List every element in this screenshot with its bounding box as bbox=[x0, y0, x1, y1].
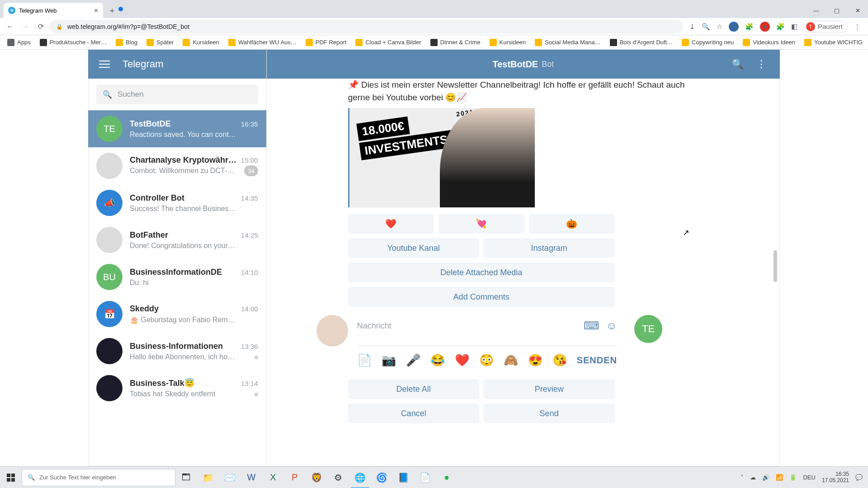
search-input[interactable]: 🔍 Suchen bbox=[96, 85, 258, 104]
send-button[interactable]: SENDEN bbox=[577, 355, 617, 366]
chat-list-item[interactable]: TETestBotDE16:35Reactions saved. You can… bbox=[88, 110, 266, 147]
delete-all-button[interactable]: Delete All bbox=[348, 379, 479, 399]
app-icon[interactable]: 📘 bbox=[392, 467, 414, 488]
network-icon[interactable]: 📶 bbox=[776, 474, 783, 481]
quick-emoji[interactable]: ❤️ bbox=[455, 353, 469, 367]
link-button-instagram[interactable]: Instagram bbox=[484, 238, 615, 258]
message-input[interactable]: Nachricht ⌨ ☺ bbox=[357, 315, 617, 346]
reaction-button[interactable]: ❤️ bbox=[348, 214, 434, 234]
reaction-button[interactable]: 💘 bbox=[439, 214, 524, 234]
excel-icon[interactable]: X bbox=[262, 467, 284, 488]
video-thumbnail[interactable]: 18.000€ 2021 INVESTMENTS bbox=[349, 108, 535, 207]
notepad-icon[interactable]: 📄 bbox=[414, 467, 436, 488]
bookmark-item[interactable]: Kursideen bbox=[179, 37, 223, 48]
quick-emoji[interactable]: 😍 bbox=[528, 353, 542, 367]
bookmark-item[interactable]: Blog bbox=[112, 37, 141, 48]
reload-button[interactable]: ⟳ bbox=[34, 20, 47, 33]
mail-icon[interactable]: ✉️ bbox=[219, 467, 241, 488]
bot-avatar-icon[interactable]: TE bbox=[634, 315, 662, 343]
extension-3-icon[interactable]: ◧ bbox=[791, 23, 797, 31]
chat-search-icon[interactable]: 🔍 bbox=[731, 58, 744, 70]
quick-emoji[interactable]: 😘 bbox=[552, 353, 567, 367]
bookmark-item[interactable]: Copywriting neu bbox=[678, 37, 737, 48]
obs-icon[interactable]: ⚙ bbox=[327, 467, 349, 488]
zoom-icon[interactable]: 🔍 bbox=[702, 23, 710, 31]
chat-list-item[interactable]: Business-Informationen13:36Hallo liebe A… bbox=[88, 333, 266, 370]
close-tab-icon[interactable]: ✕ bbox=[94, 7, 99, 14]
profile-paused-pill[interactable]: T Pausiert bbox=[804, 21, 848, 33]
bookmark-star-icon[interactable]: ☆ bbox=[717, 23, 722, 31]
taskbar-search-input[interactable]: 🔍 Zur Suche Text hier eingeben bbox=[22, 469, 175, 486]
battery-icon[interactable]: 🔋 bbox=[789, 474, 797, 481]
adblock-icon[interactable]: ● bbox=[760, 22, 770, 32]
chat-list-item[interactable]: 📅Skeddy14:00🎂 Geburtstag von Fabio Rem… bbox=[88, 296, 266, 333]
forward-button[interactable]: → bbox=[19, 20, 32, 33]
word-icon[interactable]: W bbox=[241, 467, 262, 488]
add-comments-button[interactable]: Add Comments bbox=[348, 287, 615, 307]
chat-list-item[interactable]: Chartanalyse Kryptowähr…15:00Combot: Wil… bbox=[88, 147, 266, 184]
microphone-icon[interactable]: 🎤 bbox=[406, 353, 420, 367]
camera-icon[interactable]: 📷 bbox=[382, 353, 396, 367]
apps-shortcut[interactable]: Apps bbox=[4, 37, 34, 48]
quick-emoji[interactable]: 😳 bbox=[479, 353, 494, 367]
new-tab-button[interactable]: ＋ bbox=[106, 4, 118, 17]
emoji-picker-icon[interactable]: ☺ bbox=[606, 319, 617, 332]
notifications-icon[interactable]: 💬 bbox=[855, 474, 863, 481]
chat-list-item[interactable]: Business-Talk😇13:14Tobias hat Skeddy ent… bbox=[88, 370, 266, 407]
powerpoint-icon[interactable]: P bbox=[284, 467, 306, 488]
profile-indicator-icon[interactable] bbox=[118, 7, 123, 11]
chrome-menu-icon[interactable]: ⋮ bbox=[854, 23, 861, 31]
file-explorer-icon[interactable]: 📁 bbox=[197, 467, 219, 488]
install-app-icon[interactable]: ⤓ bbox=[689, 23, 695, 31]
hamburger-menu-icon[interactable] bbox=[99, 61, 110, 68]
message-attachment[interactable]: 18.000€ 2021 INVESTMENTS bbox=[348, 108, 694, 207]
preview-button[interactable]: Preview bbox=[484, 379, 615, 399]
send-post-button[interactable]: Send bbox=[484, 404, 615, 423]
address-bar[interactable]: 🔒 web.telegram.org/#/im?p=@TestBotDE_bot bbox=[50, 20, 683, 33]
bookmark-item[interactable]: Später bbox=[143, 37, 177, 48]
delete-media-button[interactable]: Delete Attached Media bbox=[348, 263, 615, 282]
bookmark-item[interactable]: Dinner & Crime bbox=[427, 37, 484, 48]
scrollbar-thumb[interactable] bbox=[774, 250, 777, 282]
chrome-icon[interactable]: 🌐 bbox=[349, 467, 371, 488]
start-button[interactable] bbox=[0, 467, 22, 488]
language-indicator[interactable]: DEU bbox=[803, 474, 815, 481]
conversation-header[interactable]: TestBotDE Bot 🔍 ⋮ bbox=[267, 50, 780, 79]
conversation-scroll[interactable]: 📌 Dies ist mein erster Newsletter Channe… bbox=[267, 79, 780, 466]
bookmark-item[interactable]: Videokurs Ideen bbox=[739, 37, 799, 48]
extensions-menu-icon[interactable]: 🧩 bbox=[776, 23, 785, 31]
bookmark-item[interactable]: Social Media Mana… bbox=[531, 37, 604, 48]
back-button[interactable]: ← bbox=[4, 20, 16, 33]
taskbar-clock[interactable]: 16:35 17.05.2021 bbox=[822, 471, 849, 484]
cancel-button[interactable]: Cancel bbox=[348, 404, 479, 423]
close-window-button[interactable]: ✕ bbox=[847, 3, 868, 18]
chat-list-item[interactable]: BotFather14:25Done! Congratulations on y… bbox=[88, 221, 266, 258]
bookmark-item[interactable]: Bois d'Argent Duft… bbox=[606, 37, 676, 48]
chat-list-item[interactable]: BUBusinessInformationDE14:10Du: hi bbox=[88, 258, 266, 296]
chat-list[interactable]: TETestBotDE16:35Reactions saved. You can… bbox=[88, 110, 266, 466]
bookmark-item[interactable]: Youtube WICHTIG bbox=[801, 37, 866, 48]
tray-chevron-icon[interactable]: ˄ bbox=[741, 474, 744, 481]
volume-icon[interactable]: 🔊 bbox=[762, 474, 769, 481]
spotify-icon[interactable]: ● bbox=[436, 467, 458, 488]
quick-emoji[interactable]: 🙈 bbox=[504, 353, 518, 367]
quick-emoji[interactable]: 😂 bbox=[430, 353, 445, 367]
attach-file-icon[interactable]: 📄 bbox=[357, 353, 372, 367]
extension-2-icon[interactable]: 🧩 bbox=[745, 23, 754, 31]
reaction-button[interactable]: 🎃 bbox=[529, 214, 615, 234]
bookmark-item[interactable]: Wahlfächer WU Aus… bbox=[225, 37, 300, 48]
user-avatar-icon[interactable] bbox=[316, 315, 348, 347]
chat-more-icon[interactable]: ⋮ bbox=[756, 58, 766, 70]
maximize-button[interactable]: ▢ bbox=[826, 3, 847, 18]
keyboard-icon[interactable]: ⌨ bbox=[584, 319, 599, 332]
bookmark-item[interactable]: Cload + Canva Bilder bbox=[352, 37, 425, 48]
brave-icon[interactable]: 🦁 bbox=[306, 467, 327, 488]
bookmark-item[interactable]: Kursideen bbox=[486, 37, 530, 48]
minimize-button[interactable]: — bbox=[806, 3, 826, 18]
chat-list-item[interactable]: 📣Controller Bot14:35Success! The channel… bbox=[88, 184, 266, 221]
browser-tab[interactable]: ✈ Telegram Web ✕ bbox=[4, 3, 103, 18]
task-view-icon[interactable]: 🗔 bbox=[175, 467, 197, 488]
bookmark-item[interactable]: PDF Report bbox=[302, 37, 350, 48]
extension-1-icon[interactable]: IQ bbox=[729, 22, 739, 32]
bookmark-item[interactable]: Produktsuche - Mer… bbox=[36, 37, 110, 48]
